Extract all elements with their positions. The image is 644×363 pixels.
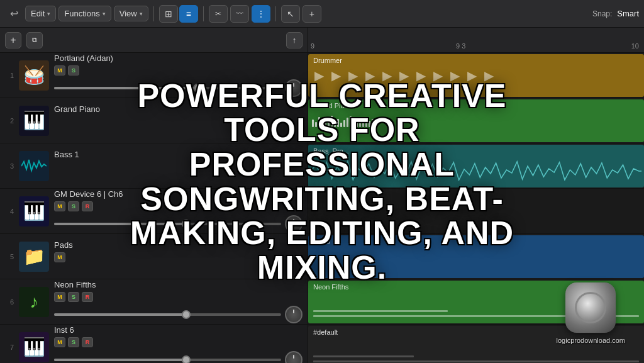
logic-logo-inner — [575, 292, 606, 323]
wave-tool-button[interactable]: 〰 — [230, 5, 249, 23]
list-icon: ≡ — [186, 9, 191, 19]
slider-row — [54, 306, 303, 323]
grid-icon: ⊞ — [165, 9, 172, 19]
drum-arrow-icon: ▶ — [382, 68, 392, 83]
track-number: 4 — [5, 208, 14, 215]
drum-arrow-icon: ▶ — [433, 68, 443, 83]
record-button[interactable]: R — [82, 201, 93, 211]
region-label-pads: Inst 3 — [313, 238, 330, 245]
back-button[interactable]: ↩ — [5, 5, 23, 23]
mute-button[interactable]: M — [54, 201, 65, 211]
track-number: 3 — [5, 162, 14, 170]
list-view-button[interactable]: ≡ — [179, 5, 198, 23]
edit-menu-button[interactable]: Edit ▾ — [25, 6, 56, 21]
arrange-row-pads: Inst 3 — [308, 234, 644, 279]
logo-site-url: logicprodownload.com — [557, 337, 625, 344]
toolbar-separator-3 — [275, 6, 276, 21]
track-controls: M S R — [54, 201, 303, 211]
region-bass[interactable]: Bass_Pro... — [308, 145, 644, 187]
mute-button[interactable]: M — [54, 292, 65, 302]
drum-arrow-icon: ▶ — [399, 68, 409, 83]
grid-view-button[interactable]: ⊞ — [159, 5, 178, 23]
mute-button[interactable]: M — [54, 252, 65, 262]
drum-arrow-icon: ▶ — [467, 68, 477, 83]
track-row: 7 🎹 Inst 6 M S R — [0, 325, 308, 363]
mute-button[interactable]: M — [54, 65, 65, 75]
track-list: + ⧉ ↑ 1 🥁 Portland (Aidan) M S — [0, 28, 308, 363]
view-toggle-group: ⊞ ≡ — [159, 5, 198, 23]
solo-button[interactable]: S — [68, 201, 79, 211]
bass-waveform-svg — [311, 157, 641, 185]
record-button[interactable]: R — [82, 292, 93, 302]
track-controls: M S R — [54, 292, 303, 302]
add-track-button[interactable]: + — [5, 32, 21, 48]
track-info: Bass 1 — [54, 150, 303, 182]
solo-button[interactable]: S — [68, 337, 79, 347]
logic-pro-logo — [565, 282, 616, 333]
drum-arrow-icon: ▶ — [450, 68, 460, 83]
track-icon-drummer: 🥁 — [19, 60, 49, 91]
record-button[interactable]: R — [82, 337, 93, 347]
pan-knob[interactable] — [285, 215, 303, 233]
region-label-bass: Bass_Pro... — [313, 147, 349, 155]
slider-row — [54, 130, 303, 137]
arrange-row-drummer: Drummer ▶ ▶ ▶ ▶ ▶ ▶ ▶ ▶ ▶ ▶ ▶ — [308, 53, 644, 98]
track-icon-gm: 🎹 — [19, 196, 49, 226]
pointer-tool-button[interactable]: ✂ — [209, 5, 228, 23]
track-row: 1 🥁 Portland (Aidan) M S — [0, 53, 308, 98]
track-controls: M S R — [54, 337, 303, 347]
ruler-mark-10: 10 — [631, 42, 639, 50]
mute-button[interactable]: M — [54, 337, 65, 347]
pan-knob[interactable] — [285, 306, 303, 323]
split-tool-button[interactable]: ⋮ — [252, 5, 270, 23]
duplicate-track-button[interactable]: ⧉ — [26, 32, 43, 48]
select-tool-button[interactable]: ↖ — [281, 5, 300, 23]
track-controls — [54, 162, 303, 172]
solo-button[interactable]: S — [68, 65, 79, 75]
drum-arrow-icon: ▶ — [314, 68, 324, 83]
toolbar-separator-1 — [153, 6, 154, 21]
region-label-neon: Neon Fifths — [313, 283, 348, 291]
drum-arrow-icon: ▶ — [484, 68, 494, 83]
track-icon-inst6: 🎹 — [19, 332, 49, 362]
volume-slider[interactable] — [54, 223, 281, 225]
region-grand-piano[interactable]: Grand Piano — [308, 99, 644, 142]
slider-row — [54, 215, 303, 233]
logo-overlay: logicprodownload.com — [557, 282, 625, 344]
region-label-default: #default — [313, 328, 338, 336]
volume-slider[interactable] — [54, 87, 281, 89]
functions-menu-button[interactable]: Functions ▾ — [58, 6, 111, 21]
track-info: Inst 6 M S R — [54, 325, 303, 363]
solo-button[interactable]: S — [68, 292, 79, 302]
upload-icon: ↑ — [292, 35, 297, 45]
pan-knob[interactable] — [285, 351, 303, 363]
plus-tool-button[interactable]: + — [303, 5, 321, 23]
pan-knob[interactable] — [285, 79, 303, 97]
arrange-row-gm — [308, 189, 644, 234]
track-info: Portland (Aidan) M S — [54, 53, 303, 97]
upload-button[interactable]: ↑ — [286, 32, 303, 48]
volume-slider[interactable] — [54, 359, 281, 361]
track-name: Neon Fifths — [54, 280, 303, 289]
track-name: Grand Piano — [54, 104, 303, 114]
plus-icon: + — [309, 9, 314, 19]
slider-row — [54, 351, 303, 363]
slider-row — [54, 176, 303, 182]
track-name: Bass 1 — [54, 150, 303, 159]
ruler-mark-9: 9 — [311, 42, 314, 50]
track-info: Pads M — [54, 240, 303, 272]
volume-slider[interactable] — [54, 313, 281, 316]
toolbar-separator-2 — [203, 6, 204, 21]
track-number: 2 — [5, 117, 14, 125]
functions-chevron-icon: ▾ — [103, 11, 106, 17]
region-pads[interactable]: Inst 3 — [308, 235, 644, 278]
track-icon-neon: ♪ — [19, 287, 49, 317]
timeline-ruler: 9 9 3 10 — [308, 28, 644, 53]
track-row: 4 🎹 GM Device 6 | Ch6 M S R — [0, 189, 308, 234]
view-menu-button[interactable]: View ▾ — [114, 6, 148, 21]
region-label-drummer: Drummer — [313, 57, 342, 64]
split-icon: ⋮ — [257, 9, 265, 18]
region-drummer[interactable]: Drummer ▶ ▶ ▶ ▶ ▶ ▶ ▶ ▶ ▶ ▶ ▶ — [308, 54, 644, 97]
snap-value: Smart — [617, 9, 639, 18]
track-number: 1 — [5, 72, 14, 79]
